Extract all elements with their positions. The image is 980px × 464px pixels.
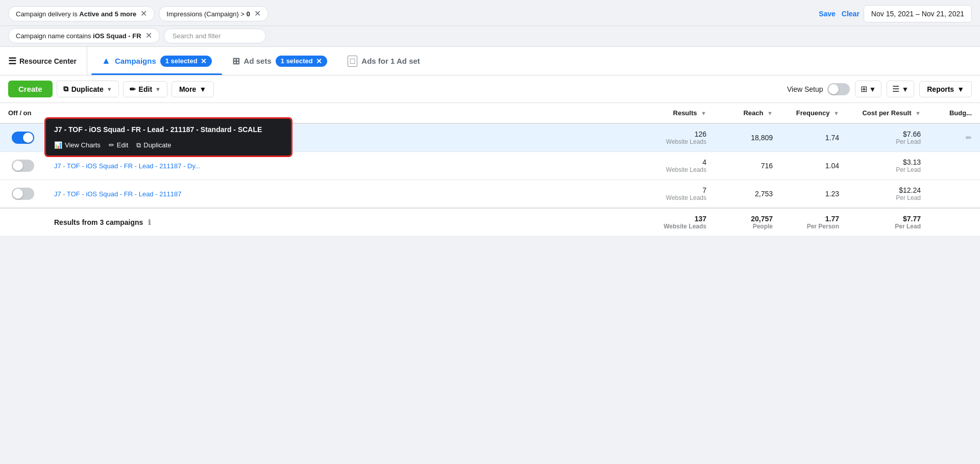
adsets-tab[interactable]: ⊞ Ad sets 1 selected ✕ [222, 47, 337, 75]
reports-button[interactable]: Reports ▼ [919, 81, 972, 97]
summary-cost-cell: $7.77 Per Lead [847, 208, 929, 237]
campaigns-label: Campaigns [115, 57, 156, 65]
bar-chart-icon: 📊 [54, 141, 62, 149]
row3-freq-num: 1.23 [789, 190, 839, 198]
row2-freq-num: 1.04 [789, 162, 839, 170]
summary-freq-cell: 1.77 Per Person [781, 208, 847, 237]
row1-edit-icon[interactable]: ✏ [966, 134, 972, 142]
save-button[interactable]: Save [819, 10, 836, 18]
row2-campaign-link[interactable]: J7 - TOF - iOS Squad - FR - Lead - 21118… [54, 162, 201, 170]
resource-center-label: Resource Center [19, 57, 77, 65]
ads-tab[interactable]: □ Ads for 1 Ad set [337, 47, 430, 75]
adsets-selected-count: 1 selected [281, 57, 313, 65]
view-charts-button[interactable]: 📊 View Charts [54, 141, 101, 149]
summary-reach-cell: 20,757 People [715, 208, 781, 237]
more-button[interactable]: More ▼ [172, 81, 214, 97]
row2-cost-cell: $3.13 Per Lead [847, 152, 929, 180]
toggle-cell-2 [0, 152, 46, 180]
campaigns-selected-close[interactable]: ✕ [201, 57, 207, 65]
rows-view-button[interactable]: ☰ ▼ [887, 81, 914, 97]
row2-cost-num: $3.13 [855, 158, 921, 166]
col-header-budget[interactable]: Budg... [929, 103, 980, 123]
row3-freq-cell: 1.23 [781, 180, 847, 209]
table-row: J7 - TOF - iOS Squad - FR - Lead - 21118… [0, 123, 980, 152]
row1-reach-cell: 18,809 [715, 123, 781, 152]
view-setup-label: View Setup [787, 85, 823, 93]
rows-arrow-icon: ▼ [901, 85, 909, 93]
filter-tag-delivery-close[interactable]: ✕ [140, 10, 147, 18]
row1-cost-num: $7.66 [855, 130, 921, 138]
row3-reach-cell: 2,753 [715, 180, 781, 209]
summary-budget-cell [929, 208, 980, 237]
row1-name-cell: J7 - TOF - iOS Squad - FR - Lead - 21118… [46, 123, 648, 152]
campaigns-selected-badge: 1 selected ✕ [160, 56, 212, 67]
columns-arrow-icon: ▼ [869, 85, 876, 93]
freq-sort-icon: ▼ [834, 110, 839, 116]
row1-cost-cell: $7.66 Per Lead [847, 123, 929, 152]
row3-results-cell: 7 Website Leads [648, 180, 715, 209]
view-setup: View Setup [787, 83, 850, 95]
tooltip-duplicate-button[interactable]: ⧉ Duplicate [136, 141, 171, 149]
create-button[interactable]: Create [8, 81, 53, 97]
reach-sort-icon: ▼ [767, 110, 773, 116]
toolbar-right: View Setup ⊞ ▼ ☰ ▼ Reports ▼ [787, 81, 972, 97]
row3-budget-cell [929, 180, 980, 209]
columns-icon: ⊞ [861, 84, 867, 94]
campaigns-tab[interactable]: ▲ Campaigns 1 selected ✕ [91, 47, 222, 75]
row2-toggle[interactable] [12, 160, 34, 172]
col-header-cost[interactable]: Cost per Result ▼ [847, 103, 929, 123]
row1-freq-cell: 1.74 [781, 123, 847, 152]
row3-cost-cell: $12.24 Per Lead [847, 180, 929, 209]
row2-reach-num: 716 [723, 162, 773, 170]
view-setup-toggle[interactable] [827, 83, 850, 95]
col-header-reach[interactable]: Reach ▼ [715, 103, 781, 123]
tab-bar: ☰ Resource Center ▲ Campaigns 1 selected… [0, 47, 980, 75]
table-row: J7 - TOF - iOS Squad - FR - Lead - 21118… [0, 180, 980, 209]
row2-budget-cell [929, 152, 980, 180]
row3-name-cell: J7 - TOF - iOS Squad - FR - Lead - 21118… [46, 180, 648, 209]
date-range[interactable]: Nov 15, 2021 – Nov 21, 2021 [864, 5, 972, 22]
toggle-cell-1 [0, 123, 46, 152]
summary-freq-num: 1.77 [789, 215, 839, 223]
search-placeholder: Search and filter [173, 32, 221, 40]
edit-icon: ✏ [130, 85, 136, 93]
col-header-frequency[interactable]: Frequency ▼ [781, 103, 847, 123]
col-header-results[interactable]: Results ▼ [648, 103, 715, 123]
adsets-selected-close[interactable]: ✕ [316, 57, 322, 65]
row2-reach-cell: 716 [715, 152, 781, 180]
row3-toggle-knob [13, 189, 23, 199]
summary-reach-num: 20,757 [723, 215, 773, 223]
summary-reach-label: People [723, 223, 773, 230]
row1-freq-num: 1.74 [789, 134, 839, 142]
row1-results-cell: 126 Website Leads [648, 123, 715, 152]
filter-tag-impressions-close[interactable]: ✕ [254, 10, 261, 18]
filter-tag-name-close[interactable]: ✕ [145, 32, 152, 40]
resource-center-tab[interactable]: ☰ Resource Center [8, 47, 87, 75]
row3-results-label: Website Leads [656, 194, 706, 201]
row3-toggle[interactable] [12, 188, 34, 200]
clear-button[interactable]: Clear [842, 10, 860, 18]
edit-button[interactable]: ✏ Edit ▼ [123, 81, 167, 97]
tooltip-popup: J7 - TOF - iOS Squad - FR - Lead - 21118… [46, 119, 291, 156]
row1-budget-cell: ✏ [929, 123, 980, 152]
row2-toggle-knob [13, 161, 23, 171]
summary-results-label: Website Leads [656, 223, 706, 230]
toggle-cell-3 [0, 180, 46, 209]
tooltip-edit-button[interactable]: ✏ Edit [109, 141, 128, 149]
table-container: Off / on Results ▼ Reach ▼ Frequency ▼ [0, 103, 980, 237]
row1-toggle[interactable] [12, 132, 34, 144]
summary-info-icon: ℹ [148, 218, 151, 226]
search-filter-input[interactable]: Search and filter [164, 29, 266, 43]
filter-tag-delivery-text: Campaign delivery is Active and 5 more [16, 10, 136, 18]
summary-results-num: 137 [656, 215, 706, 223]
row2-name-cell: J7 - TOF - iOS Squad - FR - Lead - 21118… [46, 152, 648, 180]
columns-view-button[interactable]: ⊞ ▼ [855, 81, 882, 97]
more-label: More [179, 85, 196, 93]
row3-campaign-link[interactable]: J7 - TOF - iOS Squad - FR - Lead - 21118… [54, 190, 182, 198]
row2-results-num: 4 [656, 158, 706, 166]
duplicate-button[interactable]: ⧉ Duplicate ▼ [57, 81, 119, 97]
summary-label: Results from 3 campaigns [54, 218, 143, 226]
row2-cost-label: Per Lead [855, 166, 921, 173]
adsets-icon: ⊞ [232, 56, 240, 67]
row1-results-num: 126 [656, 130, 706, 138]
